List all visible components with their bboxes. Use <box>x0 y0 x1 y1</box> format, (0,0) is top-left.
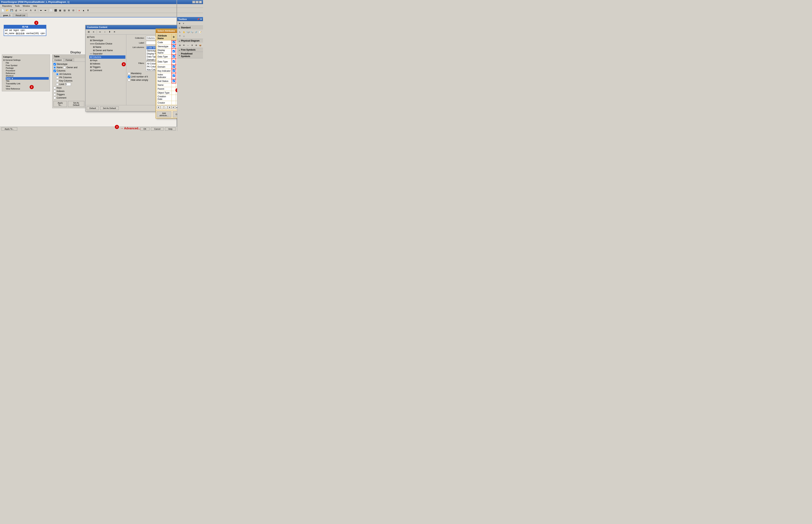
new-button[interactable]: 📄 <box>1 9 5 12</box>
toolbox-grid-view[interactable]: ⊞ <box>177 21 181 25</box>
print-button[interactable]: 🖨 <box>14 9 18 12</box>
toolbox-link[interactable]: 🔗 <box>194 30 198 34</box>
toolbar-btn-13[interactable]: ▦ <box>58 9 62 12</box>
toolbar-btn-5[interactable]: ✂ <box>18 9 22 12</box>
ok-button[interactable]: OK <box>140 127 150 131</box>
toolbar-btn-17[interactable]: 🔺 <box>77 9 81 12</box>
tree-item-view-reference[interactable]: View Reference <box>6 87 49 90</box>
toolbox-note[interactable]: 📝 <box>198 30 202 34</box>
tree-triggers[interactable]: ⊞ Triggers <box>89 65 125 69</box>
cust-icon2[interactable]: ≡ <box>91 30 96 34</box>
toolbox-predefined-header[interactable]: ⌄ Predefined Symbols <box>177 52 203 58</box>
settings-set-default-btn[interactable]: Set As Default <box>68 101 84 107</box>
redo-button[interactable]: A <box>29 9 33 12</box>
toolbox-rect[interactable]: □ <box>182 34 186 38</box>
tree-stereotype[interactable]: ⊞ Stereotype <box>89 39 125 42</box>
toolbar-btn-11[interactable]: ⬜ <box>49 9 53 12</box>
toolbox-free-header[interactable]: ⌄ Free Symbols <box>177 48 203 52</box>
toolbox-zoom-in[interactable]: 🔍+ <box>186 30 190 34</box>
key-columns-radio[interactable] <box>56 80 58 82</box>
tree-name[interactable]: ⊞ Name <box>92 45 125 49</box>
row-left[interactable]: ◀ <box>175 105 177 109</box>
toolbar-btn-15[interactable]: ⊞ <box>67 9 71 12</box>
tree-item-procedure[interactable]: Procedure <box>6 69 49 72</box>
toolbox-physical-header[interactable]: ⌄ Physical Diagram <box>177 39 203 43</box>
all-columns-radio[interactable] <box>56 73 58 76</box>
datatype1-d-checkbox[interactable] <box>173 55 175 58</box>
toolbar-btn-19[interactable]: ⬆ <box>86 9 90 12</box>
tree-keys[interactable]: ⊞ Keys <box>89 59 125 62</box>
toolbox-list-view[interactable]: ≡ <box>182 21 185 25</box>
settings-default-btn[interactable]: Apply To... <box>53 101 67 107</box>
row-bottom[interactable]: ⬇ <box>171 105 175 109</box>
displayname-d-checkbox[interactable] <box>173 50 175 52</box>
toolbar-btn-12[interactable]: ⬛ <box>53 9 57 12</box>
tab-result[interactable]: Result List <box>13 14 28 17</box>
menu-repository[interactable]: Repository <box>1 4 14 7</box>
keyind-d-checkbox[interactable] <box>173 69 175 72</box>
toolbar-btn-16[interactable]: ⊟ <box>71 9 75 12</box>
comment-checkbox[interactable] <box>53 97 56 99</box>
row-up-one[interactable]: ↑ <box>160 105 164 109</box>
toolbar-btn-18[interactable]: ▲ <box>82 9 86 12</box>
close-button-app[interactable]: ✕ <box>199 1 202 3</box>
toolbox-header-btns[interactable]: 📌 ✕ <box>197 18 202 20</box>
toolbar-btn-14[interactable]: ▤ <box>63 9 67 12</box>
customize-default-btn[interactable]: Default <box>87 107 99 110</box>
stereotype-checkbox[interactable] <box>53 63 56 65</box>
menu-help[interactable]: Help <box>31 4 38 7</box>
triggers-checkbox[interactable] <box>53 93 56 96</box>
toolbox-proc[interactable]: ⚙ <box>194 43 198 47</box>
stereotype-d-checkbox[interactable] <box>173 45 175 47</box>
toolbox-hand-tool[interactable]: ✋ <box>182 30 186 34</box>
canvas-area[interactable]: 用户表 sid sid bigint <pk> wx_name 微信名称 var… <box>0 17 177 131</box>
columns-checkbox[interactable] <box>53 70 56 72</box>
tree-comment[interactable]: ⊞ Comment <box>89 69 125 72</box>
tree-item-general-settings[interactable]: ⊟ General Settings <box>3 59 49 62</box>
row-down-btn[interactable]: ⬇ <box>168 105 171 109</box>
apply-to-button[interactable]: Apply To... <box>1 127 17 131</box>
menu-tools[interactable]: Tools <box>14 4 21 7</box>
indexind-d-checkbox[interactable] <box>173 75 175 77</box>
cust-icon6[interactable]: ✕ <box>113 30 117 34</box>
toolbox-pkg[interactable]: 📦 <box>198 43 202 47</box>
cust-icon3[interactable]: ∞ <box>98 30 102 34</box>
row-up-btn[interactable]: ⬆ <box>157 105 160 109</box>
tree-item-table[interactable]: Table ◄ <box>6 77 49 80</box>
add-attribute-btn[interactable]: Add attribute... <box>157 111 171 117</box>
keys-checkbox[interactable] <box>53 87 56 89</box>
toolbox-cursor-tool[interactable]: ↖ <box>178 30 182 34</box>
tab-format[interactable]: Format <box>64 59 74 62</box>
toolbar-btn-8[interactable]: A <box>33 9 37 12</box>
tree-form[interactable]: ⊞ Form <box>86 35 125 39</box>
toolbox-table-tool[interactable]: ⊞ <box>178 43 182 47</box>
tree-indexes[interactable]: ⊞ Indexes <box>89 62 125 65</box>
hide-empty-checkbox[interactable] <box>128 79 130 81</box>
cust-icon4[interactable]: ↕ <box>103 30 107 34</box>
tab-content[interactable]: Content <box>52 59 64 62</box>
tree-item-view[interactable]: View <box>6 85 49 87</box>
limit-checkbox[interactable] <box>56 83 58 86</box>
cust-icon5[interactable]: ⬆ <box>107 30 112 34</box>
toolbox-text[interactable]: T <box>178 34 182 38</box>
tree-item-free-symbol[interactable]: Free Symbol <box>6 64 49 67</box>
datatype2-d-checkbox[interactable] <box>173 60 175 63</box>
limit-input[interactable] <box>65 83 71 86</box>
pk-columns-radio[interactable] <box>56 76 58 79</box>
open-button[interactable]: 📂 <box>5 9 9 12</box>
toolbar-btn-10[interactable]: ➡ <box>43 9 47 12</box>
tree-item-file[interactable]: File <box>6 62 49 64</box>
name-radio[interactable] <box>53 66 56 69</box>
tree-exclusive-choice[interactable]: ∞∞∞ Exclusive Choice <box>89 42 125 45</box>
owner-radio[interactable] <box>63 66 66 69</box>
limit-number-checkbox[interactable] <box>128 76 130 78</box>
tree-item-package[interactable]: Package <box>6 67 49 69</box>
indexes-checkbox[interactable] <box>53 90 56 93</box>
toolbox-pin-icon[interactable]: 📌 <box>197 18 200 20</box>
row-down-one[interactable]: ↓ <box>164 105 167 109</box>
toolbar-btn-9[interactable]: ⬅ <box>39 9 43 12</box>
toolbox-close-icon[interactable]: ✕ <box>200 18 202 20</box>
menu-window[interactable]: Window <box>21 4 31 7</box>
cancel-button[interactable]: Cancel <box>151 127 164 131</box>
help-button[interactable]: Help <box>165 127 175 131</box>
